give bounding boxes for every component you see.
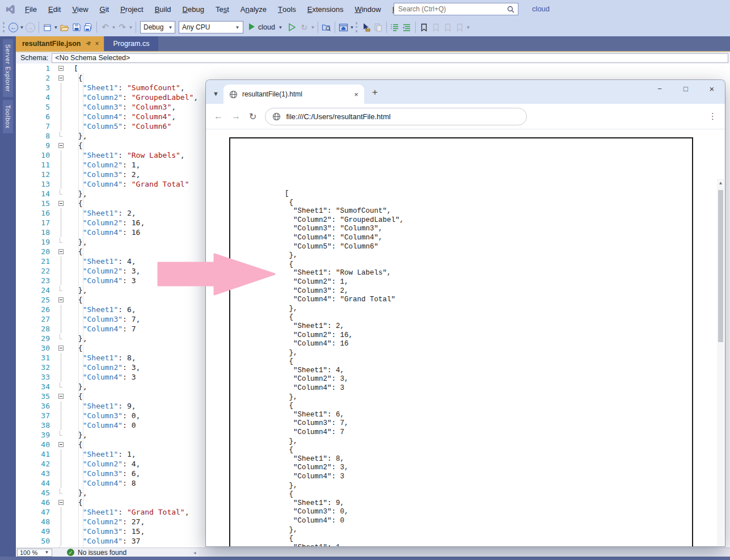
find-in-files-icon[interactable] [321,22,332,33]
menu-edit[interactable]: Edit [43,0,66,18]
menu-tools[interactable]: Tools [272,0,302,18]
fold-collapse-box[interactable] [50,247,71,256]
clear-bookmarks-icon[interactable] [454,22,465,33]
undo-icon[interactable]: ↶ [100,22,111,33]
navigate-back-dropdown[interactable]: ▼ [19,25,24,30]
navigate-forward-button[interactable]: → [25,22,36,33]
editor-line[interactable]: 1[ [16,64,730,73]
line-number: 29 [16,334,50,343]
vs-status-bar [0,557,730,560]
menu-build[interactable]: Build [149,0,177,18]
paste-icon[interactable] [373,22,383,33]
toolbar-grip[interactable] [3,22,5,32]
hscroll-left-arrow[interactable]: ◂ [193,550,196,555]
new-tab-button[interactable]: + [372,87,378,98]
fold-collapse-box[interactable] [50,199,71,208]
save-icon[interactable] [71,22,82,33]
menu-window[interactable]: Window [349,0,386,18]
next-bookmark-icon[interactable] [442,22,453,33]
solution-explorer-dropdown[interactable]: ▼ [349,25,355,30]
editor-bottom-bar: 100 %▼ ✓ No issues found ◂ [16,548,730,557]
close-tab-icon[interactable]: × [95,40,99,48]
menu-debug[interactable]: Debug [177,0,210,18]
fold-collapse-box[interactable] [50,391,71,401]
fold-guide-line [50,266,71,276]
code-text: { [71,247,83,256]
close-window-button[interactable]: × [699,80,725,97]
solution-platform-dropdown[interactable]: Any CPU▼ [179,21,243,33]
minimize-window-button[interactable]: − [647,80,673,97]
toggle-bookmark-icon[interactable] [419,22,429,33]
code-text: "Column4": 37 [71,537,140,545]
horizontal-scrollbar[interactable] [199,548,730,557]
tab-resultantfile-json[interactable]: resultantFile.json × [16,36,104,51]
previous-bookmark-icon[interactable] [431,22,441,33]
start-debugging-button[interactable]: cloud ▼ [248,23,283,32]
browser-menu-icon[interactable]: ⋮ [708,111,717,121]
line-number: 25 [16,296,50,304]
schema-dropdown[interactable]: <No Schema Selected> [52,53,728,63]
hot-reload-icon[interactable]: ↻ [299,22,310,33]
account-label[interactable]: cloud [532,5,550,13]
browser-back-icon[interactable]: ← [214,111,223,121]
line-number: 26 [16,305,50,314]
scroll-up-arrow[interactable]: ▲ [717,180,724,186]
close-browser-tab-icon[interactable]: × [354,90,358,99]
navigate-back-button[interactable]: ← [8,22,19,33]
pin-tab-icon[interactable] [85,40,91,48]
scrollbar-thumb[interactable] [718,190,723,342]
menu-analyze[interactable]: Analyze [235,0,272,18]
browser-forward-icon[interactable]: → [231,111,240,121]
browser-reload-icon[interactable]: ↻ [249,111,256,122]
tool-window-toolbox[interactable]: Toolbox [3,100,13,133]
solution-configuration-dropdown[interactable]: Debug▼ [140,21,175,33]
fold-collapse-box[interactable] [50,64,71,73]
redo-dropdown[interactable]: ▼ [128,25,133,30]
new-project-icon[interactable] [42,22,53,33]
fold-collapse-box[interactable] [50,498,71,507]
fold-collapse-box[interactable] [50,440,71,449]
code-text: { [71,74,83,82]
start-without-debugging-button[interactable] [287,22,298,33]
format-document-icon[interactable] [390,22,400,33]
line-number: 43 [16,469,50,478]
search-input[interactable] [394,5,507,13]
save-all-icon[interactable] [83,22,94,33]
fold-collapse-box[interactable] [50,343,71,353]
browser-tab[interactable]: resultantFile(1).html × [223,85,364,104]
menu-git[interactable]: Git [94,0,115,18]
browser-scrollbar[interactable]: ▲ [717,179,724,546]
editor-zoom-dropdown[interactable]: 100 %▼ [17,549,52,557]
rendered-json-box: [ { "Sheet1": "SumofCount", "Column2": "… [229,137,693,546]
toolbar-overflow-dropdown[interactable]: ▼ [466,25,471,30]
line-number: 37 [16,411,50,420]
address-bar[interactable]: file:///C:/Users/resultantFile.html [265,108,527,125]
fold-collapse-box[interactable] [50,141,71,150]
fold-collapse-box[interactable] [50,295,71,305]
maximize-window-button[interactable]: □ [673,80,699,97]
new-project-dropdown[interactable]: ▼ [53,25,58,30]
tab-program-cs[interactable]: Program.cs [104,36,159,51]
open-file-icon[interactable] [59,22,70,33]
search-box[interactable] [394,3,518,15]
menu-view[interactable]: View [66,0,94,18]
code-text: "Column4": 16 [71,228,140,237]
pointer-tool-icon[interactable] [361,22,372,33]
format-selection-icon[interactable] [402,22,412,33]
toolbar-grip-2[interactable] [356,22,358,32]
menu-file[interactable]: File [19,0,43,18]
menu-extensions[interactable]: Extensions [302,0,349,18]
site-info-globe-icon[interactable] [272,112,281,121]
redo-icon[interactable]: ↷ [117,22,128,33]
hot-reload-dropdown[interactable]: ▼ [310,25,315,30]
menu-project[interactable]: Project [115,0,149,18]
menu-test[interactable]: Test [210,0,235,18]
tool-window-server-explorer[interactable]: Server Explorer [3,39,13,97]
fold-collapse-box[interactable] [50,73,71,83]
undo-dropdown[interactable]: ▼ [111,25,116,30]
indent-guide [83,73,83,548]
tab-search-chevron-icon[interactable]: ▼ [213,90,219,97]
solution-explorer-home-icon[interactable] [338,22,349,33]
code-text: "Column3": "Column3", [71,103,176,111]
fold-guide-line [50,112,71,121]
